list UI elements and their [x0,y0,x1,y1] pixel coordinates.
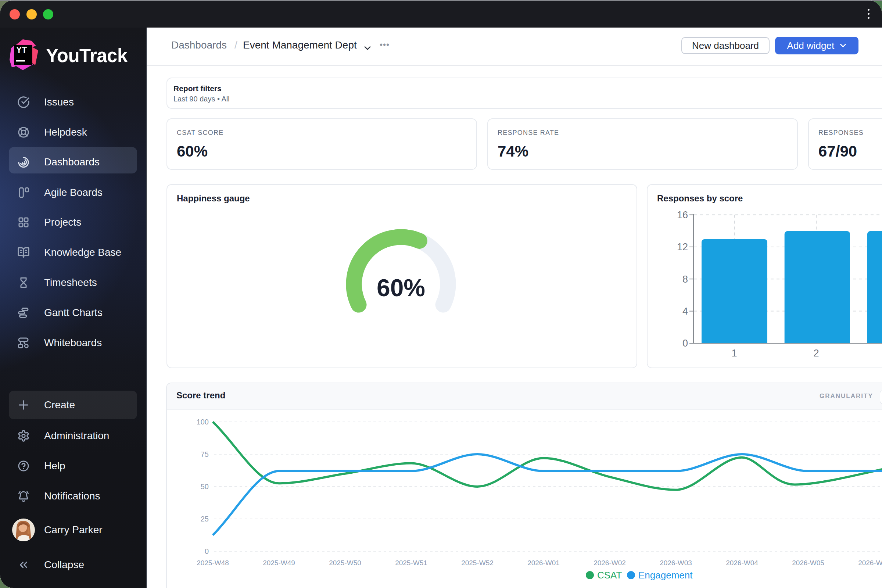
svg-text:2026-W01: 2026-W01 [527,559,560,567]
svg-text:2026-W05: 2026-W05 [792,559,824,567]
svg-text:12: 12 [677,242,688,252]
svg-text:2026-W06: 2026-W06 [858,559,882,567]
svg-text:Engagement: Engagement [638,570,693,580]
svg-text:2025-W48: 2025-W48 [196,559,229,567]
svg-text:YT: YT [16,45,27,55]
svg-text:2: 2 [813,348,819,358]
svg-text:2026-W02: 2026-W02 [594,559,626,567]
svg-text:1: 1 [731,348,737,358]
svg-text:0: 0 [205,547,209,555]
svg-text:2025-W51: 2025-W51 [395,559,428,567]
svg-text:8: 8 [682,274,688,285]
svg-text:2025-W52: 2025-W52 [461,559,494,567]
svg-text:CSAT: CSAT [597,570,622,580]
svg-text:75: 75 [201,450,209,458]
svg-text:100: 100 [196,418,209,426]
svg-text:2025-W50: 2025-W50 [329,559,361,567]
svg-text:2026-W03: 2026-W03 [660,559,692,567]
svg-text:25: 25 [201,515,209,523]
svg-text:0: 0 [682,338,688,349]
svg-text:16: 16 [677,210,688,220]
svg-text:50: 50 [201,483,209,490]
svg-text:4: 4 [682,306,688,317]
svg-text:60%: 60% [376,274,425,302]
svg-text:2026-W04: 2026-W04 [726,559,758,567]
svg-text:2025-W49: 2025-W49 [263,559,295,567]
